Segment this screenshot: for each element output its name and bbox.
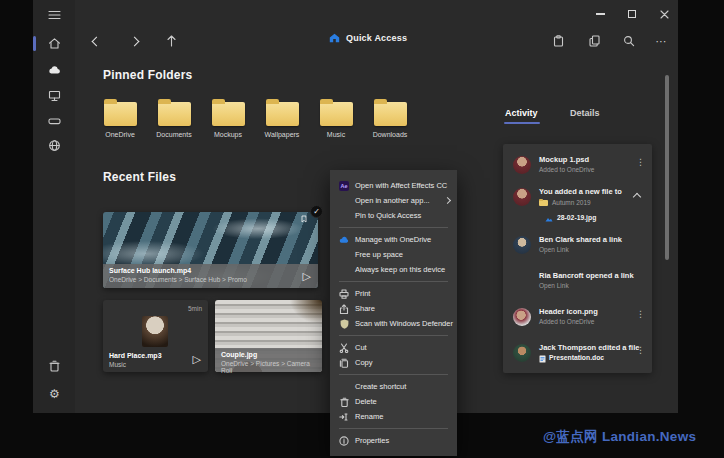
sidebar-item-home[interactable] xyxy=(47,36,62,51)
menu-item-label: Rename xyxy=(355,412,383,421)
menu-item-label: Create shortcut xyxy=(355,382,406,391)
avatar xyxy=(513,308,531,326)
menu-item-manage-with-onedrive[interactable]: Manage with OneDrive xyxy=(330,232,457,247)
menu-item-label: Open with Affect Effects CC xyxy=(355,181,447,190)
back-chevron-icon xyxy=(91,36,101,46)
printer-icon xyxy=(339,289,349,299)
clipboard-button[interactable] xyxy=(548,31,568,51)
activity-row[interactable]: Mockup 1.psd Added to OneDrive ⋮ xyxy=(503,144,652,180)
monitor-icon xyxy=(48,90,61,102)
avatar xyxy=(513,156,531,174)
menu-item-label: Cut xyxy=(355,343,367,352)
avatar xyxy=(513,188,531,206)
address-location[interactable]: Quick Access xyxy=(329,33,407,43)
photo-file-icon xyxy=(545,216,553,222)
folder-icon xyxy=(212,102,245,126)
activity-child-file[interactable]: 28-02-19.jpg xyxy=(557,214,596,221)
play-icon[interactable]: ▷ xyxy=(303,271,311,282)
avatar xyxy=(513,272,531,290)
photo-card-overlay: Couple.jpg OneDrive > Pictures > Camera … xyxy=(215,348,322,372)
menu-item-label: Always keep on this device xyxy=(355,265,445,274)
collapse-chevron-icon[interactable] xyxy=(633,193,641,201)
tab-activity[interactable]: Activity xyxy=(505,108,538,118)
activity-subtitle[interactable]: Presentation.doc xyxy=(549,354,604,361)
row-more-icon[interactable]: ⋮ xyxy=(636,158,645,167)
close-button[interactable] xyxy=(657,7,671,21)
selected-check-icon[interactable]: ✓ xyxy=(310,205,323,218)
home-icon xyxy=(48,37,61,50)
activity-title: Ben Clark shared a link xyxy=(539,235,622,244)
folder-documents[interactable]: Documents xyxy=(151,102,197,138)
sidebar-item-this-pc[interactable] xyxy=(47,88,62,103)
sidebar-item-drive[interactable] xyxy=(47,114,62,129)
play-icon[interactable]: ▷ xyxy=(193,354,201,365)
menu-item-share[interactable]: Share xyxy=(330,301,457,316)
activity-row[interactable]: Jack Thompson edited a file Presentation… xyxy=(503,340,652,376)
clipboard-icon xyxy=(553,35,564,47)
menu-separator xyxy=(339,428,448,429)
menu-item-properties[interactable]: Properties xyxy=(330,433,457,448)
trash-icon xyxy=(340,397,349,407)
folder-onedrive[interactable]: OneDrive xyxy=(97,102,143,138)
forward-button[interactable] xyxy=(124,31,144,51)
menu-item-open-with[interactable]: Ae Open with Affect Effects CC xyxy=(330,178,457,193)
sidebar-item-recycle-bin[interactable] xyxy=(47,358,62,373)
file-card-video[interactable]: Surface Hub launch.mp4 OneDrive > Docume… xyxy=(103,212,318,288)
file-card-photo[interactable]: Couple.jpg OneDrive > Pictures > Camera … xyxy=(215,300,322,372)
activity-row[interactable]: Ben Clark shared a link Open Link xyxy=(503,232,652,268)
activity-row[interactable]: You added a new file to Autumn 2019 28-0… xyxy=(503,180,652,230)
menu-item-print[interactable]: Print xyxy=(330,286,457,301)
up-arrow-icon xyxy=(166,35,177,47)
watermark: @蓝点网 Landian.News xyxy=(543,428,696,446)
activity-subtitle: Autumn 2019 xyxy=(552,199,591,206)
menu-item-rename[interactable]: Rename xyxy=(330,409,457,424)
menu-item-free-up-space[interactable]: Free up space xyxy=(330,247,457,262)
sidebar-item-network[interactable] xyxy=(47,138,62,153)
file-category: Music xyxy=(109,361,126,368)
activity-row[interactable]: Header icon.png Added to OneDrive ⋮ xyxy=(503,304,652,340)
file-card-music[interactable]: 5min Hard Place.mp3 Music ▷ xyxy=(103,300,208,372)
folder-music[interactable]: Music xyxy=(313,102,359,138)
activity-subtitle[interactable]: Open Link xyxy=(539,282,569,289)
sidebar: ⚙ xyxy=(33,0,75,413)
maximize-button[interactable] xyxy=(625,7,639,21)
tab-details[interactable]: Details xyxy=(570,108,600,118)
activity-row[interactable]: Ria Bancroft opened a link Open Link xyxy=(503,268,652,304)
trash-icon xyxy=(49,360,60,372)
activity-subtitle: Added to OneDrive xyxy=(539,166,594,173)
row-more-icon[interactable]: ⋮ xyxy=(636,346,645,355)
folder-downloads[interactable]: Downloads xyxy=(367,102,413,138)
menu-item-pin-to-quick-access[interactable]: Pin to Quick Access xyxy=(330,208,457,223)
menu-separator xyxy=(339,335,448,336)
menu-item-scan-with-defender[interactable]: Scan with Windows Defender xyxy=(330,316,457,331)
menu-item-delete[interactable]: Delete xyxy=(330,394,457,409)
row-more-icon[interactable]: ⋮ xyxy=(636,310,645,319)
vertical-scrollbar[interactable] xyxy=(665,75,669,260)
location-label: Quick Access xyxy=(346,33,407,43)
menu-item-always-keep-on-device[interactable]: Always keep on this device xyxy=(330,262,457,277)
sidebar-item-onedrive[interactable] xyxy=(47,62,62,77)
menu-item-open-in-another-app[interactable]: Open in another app... xyxy=(330,193,457,208)
document-file-icon xyxy=(539,355,546,363)
menu-button[interactable] xyxy=(47,7,62,22)
more-ellipsis-icon: ⋯ xyxy=(656,36,667,47)
folder-wallpapers[interactable]: Wallpapers xyxy=(259,102,305,138)
menu-item-create-shortcut[interactable]: Create shortcut xyxy=(330,379,457,394)
search-button[interactable] xyxy=(619,31,639,51)
menu-item-copy[interactable]: Copy xyxy=(330,355,457,370)
activity-subtitle[interactable]: Open Link xyxy=(539,246,569,253)
more-button[interactable]: ⋯ xyxy=(651,31,671,51)
folder-label: Wallpapers xyxy=(259,131,305,138)
back-button[interactable] xyxy=(86,31,106,51)
copy-page-button[interactable] xyxy=(584,31,604,51)
folder-mockups[interactable]: Mockups xyxy=(205,102,251,138)
forward-chevron-icon xyxy=(129,36,139,46)
menu-item-cut[interactable]: Cut xyxy=(330,340,457,355)
recent-files-heading: Recent Files xyxy=(103,170,176,184)
sidebar-item-settings[interactable]: ⚙ xyxy=(47,386,62,401)
up-button[interactable] xyxy=(161,31,181,51)
minimize-button[interactable] xyxy=(593,7,607,21)
menu-item-label: Scan with Windows Defender xyxy=(355,319,453,328)
folder-icon xyxy=(374,102,407,126)
menu-item-label: Print xyxy=(355,289,370,298)
